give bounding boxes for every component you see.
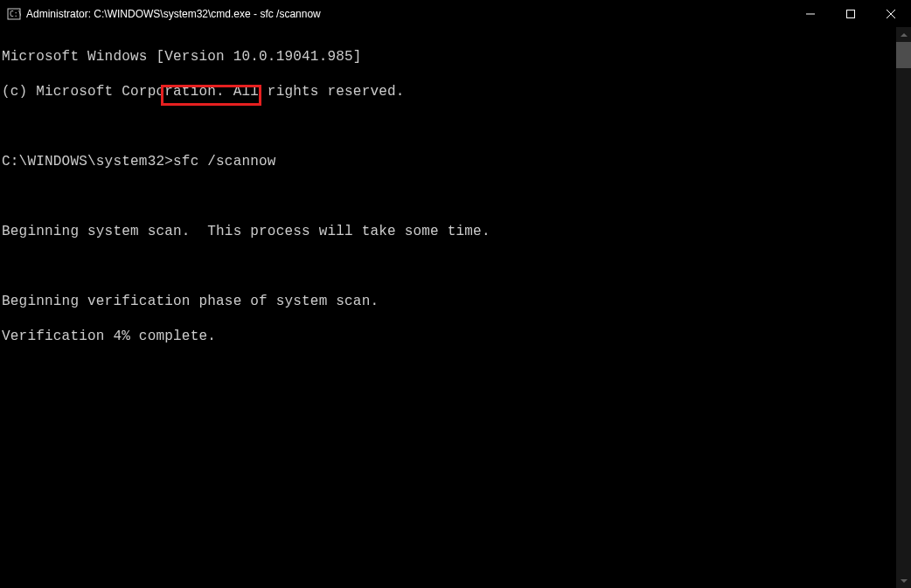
titlebar[interactable]: C:\ Administrator: C:\WINDOWS\system32\c… bbox=[0, 0, 911, 27]
cmd-window: C:\ Administrator: C:\WINDOWS\system32\c… bbox=[0, 0, 911, 588]
console-line: Verification 4% complete. bbox=[2, 328, 894, 345]
content-area: Microsoft Windows [Version 10.0.19041.98… bbox=[0, 27, 911, 588]
prompt: C:\WINDOWS\system32> bbox=[2, 154, 173, 169]
svg-rect-3 bbox=[847, 10, 855, 17]
console-line: Microsoft Windows [Version 10.0.19041.98… bbox=[2, 48, 894, 66]
window-title: Administrator: C:\WINDOWS\system32\cmd.e… bbox=[26, 8, 790, 20]
scrollbar-thumb[interactable] bbox=[896, 42, 911, 68]
vertical-scrollbar[interactable] bbox=[896, 27, 911, 588]
console-prompt-line: C:\WINDOWS\system32>sfc /scannow bbox=[2, 153, 894, 170]
scroll-up-button[interactable] bbox=[896, 27, 911, 42]
svg-marker-6 bbox=[901, 33, 908, 37]
svg-marker-7 bbox=[901, 579, 908, 583]
console-line: Beginning system scan. This process will… bbox=[2, 223, 894, 240]
window-controls bbox=[790, 0, 911, 27]
console-blank bbox=[2, 258, 894, 275]
svg-text:C:\: C:\ bbox=[10, 10, 21, 18]
console-blank bbox=[2, 188, 894, 205]
console-output[interactable]: Microsoft Windows [Version 10.0.19041.98… bbox=[0, 27, 896, 588]
maximize-button[interactable] bbox=[831, 0, 871, 27]
typed-command: sfc /scannow bbox=[173, 154, 276, 169]
console-line: Beginning verification phase of system s… bbox=[2, 293, 894, 310]
console-blank bbox=[2, 118, 894, 135]
scrollbar-track[interactable] bbox=[896, 42, 911, 573]
close-button[interactable] bbox=[871, 0, 911, 27]
cmd-icon: C:\ bbox=[7, 7, 21, 21]
minimize-button[interactable] bbox=[790, 0, 831, 27]
console-line: (c) Microsoft Corporation. All rights re… bbox=[2, 83, 894, 100]
scroll-down-button[interactable] bbox=[896, 573, 911, 588]
